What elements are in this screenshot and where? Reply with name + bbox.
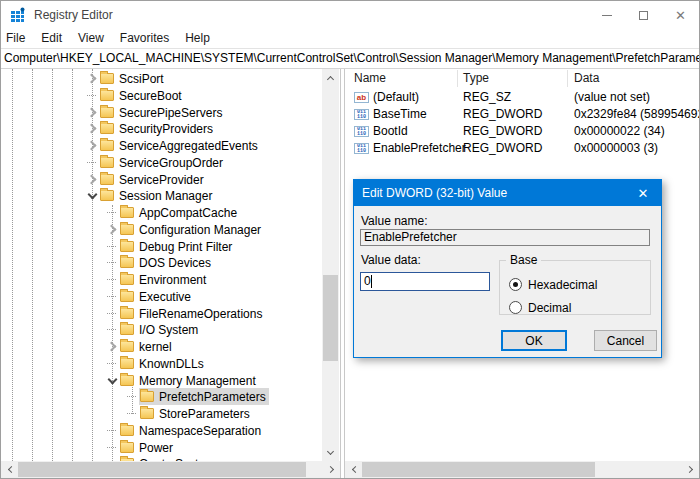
tree-item-secureboot[interactable]: SecureBoot bbox=[1, 87, 185, 104]
folder-icon bbox=[100, 123, 114, 134]
tree-item-power[interactable]: Power bbox=[1, 439, 176, 456]
address-bar[interactable]: Computer\HKEY_LOCAL_MACHINE\SYSTEM\Curre… bbox=[1, 48, 699, 69]
chevron-right-icon[interactable] bbox=[85, 171, 99, 188]
radio-hexadecimal[interactable]: Hexadecimal bbox=[509, 277, 597, 292]
value-name: BootId bbox=[373, 123, 408, 140]
value-row-bootid[interactable]: 011110 BootId REG_DWORD 0x00000022 (34) bbox=[345, 123, 699, 140]
tree-item-filerenameoperations[interactable]: FileRenameOperations bbox=[1, 305, 265, 322]
cancel-button[interactable]: Cancel bbox=[594, 330, 657, 351]
tree-horizontal-scrollbar[interactable] bbox=[1, 461, 340, 478]
tree-connector bbox=[105, 355, 119, 372]
folder-icon bbox=[100, 107, 114, 118]
scroll-down-button[interactable] bbox=[322, 444, 339, 461]
folder-icon bbox=[120, 341, 134, 352]
maximize-icon bbox=[639, 11, 648, 20]
scroll-left-button[interactable] bbox=[345, 461, 362, 478]
value-row-enableprefetcher[interactable]: 011110 EnablePrefetcher REG_DWORD 0x0000… bbox=[345, 140, 699, 157]
menu-file[interactable]: File bbox=[1, 29, 33, 48]
chevron-right-icon[interactable] bbox=[105, 221, 119, 238]
tree-connector bbox=[105, 305, 119, 322]
ok-button[interactable]: OK bbox=[501, 330, 567, 351]
tree-item-serviceaggregatedevents[interactable]: ServiceAggregatedEvents bbox=[1, 137, 261, 154]
value-type: REG_SZ bbox=[463, 89, 511, 106]
dialog-close-button[interactable]: ✕ bbox=[625, 180, 661, 206]
folder-icon bbox=[100, 157, 114, 168]
value-data-input[interactable]: 0 bbox=[360, 272, 490, 291]
vertical-scroll-thumb[interactable] bbox=[323, 275, 338, 361]
value-row-default[interactable]: ab (Default) REG_SZ (value not set) bbox=[345, 89, 699, 106]
chevron-right-icon[interactable] bbox=[85, 137, 99, 154]
value-data-text: 0 bbox=[364, 273, 371, 290]
folder-icon bbox=[120, 442, 134, 453]
chevron-right-icon[interactable] bbox=[85, 104, 99, 121]
tree-connector bbox=[105, 238, 119, 255]
base-groupbox: Base Hexadecimal Decimal bbox=[499, 260, 651, 315]
tree-item-namespaceseparation[interactable]: NamespaceSeparation bbox=[1, 422, 264, 439]
scroll-up-button[interactable] bbox=[322, 69, 339, 86]
edit-dword-dialog: Edit DWORD (32-bit) Value ✕ Value name: … bbox=[353, 179, 662, 358]
window-title: Registry Editor bbox=[34, 8, 113, 22]
tree-item-prefetchparameters[interactable]: PrefetchParameters bbox=[1, 388, 269, 405]
chevron-right-icon[interactable] bbox=[85, 70, 99, 87]
tree-item-knowndlls[interactable]: KnownDLLs bbox=[1, 355, 207, 372]
tree-connector bbox=[125, 405, 139, 422]
menu-help[interactable]: Help bbox=[177, 29, 218, 48]
scroll-right-button[interactable] bbox=[682, 461, 699, 478]
tree-connector bbox=[105, 204, 119, 221]
menubar: File Edit View Favorites Help bbox=[1, 29, 699, 48]
horizontal-scroll-thumb[interactable] bbox=[362, 462, 595, 477]
minimize-button[interactable] bbox=[588, 1, 625, 29]
column-separator[interactable] bbox=[457, 70, 458, 87]
tree-item-serviceprovider[interactable]: ServiceProvider bbox=[1, 171, 207, 188]
tree-item-servicegrouporder[interactable]: ServiceGroupOrder bbox=[1, 154, 226, 171]
maximize-button[interactable] bbox=[625, 1, 662, 29]
tree-connector bbox=[105, 439, 119, 456]
value-name-field: EnablePrefetcher bbox=[360, 229, 650, 246]
folder-icon bbox=[100, 190, 114, 201]
scroll-left-button[interactable] bbox=[1, 461, 18, 478]
folder-icon bbox=[120, 224, 134, 235]
registry-tree-pane: ScsiPort SecureBoot SecurePipeServers Se… bbox=[1, 69, 341, 478]
radio-decimal[interactable]: Decimal bbox=[509, 300, 571, 315]
tree-item-appcompatcache[interactable]: AppCompatCache bbox=[1, 204, 240, 221]
tree-item-securityproviders[interactable]: SecurityProviders bbox=[1, 120, 216, 137]
tree-vertical-scrollbar[interactable] bbox=[322, 69, 339, 461]
tree-item-scsiport[interactable]: ScsiPort bbox=[1, 70, 167, 87]
tree-item-memory-management[interactable]: Memory Management bbox=[1, 372, 259, 389]
tree-connector bbox=[105, 288, 119, 305]
registry-editor-app-icon bbox=[10, 7, 26, 23]
radio-unchecked-icon[interactable] bbox=[509, 301, 522, 314]
tree-view: ScsiPort SecureBoot SecurePipeServers Se… bbox=[1, 69, 322, 461]
column-header-data[interactable]: Data bbox=[574, 69, 599, 88]
tree-item-executive[interactable]: Executive bbox=[1, 288, 194, 305]
list-horizontal-scrollbar[interactable] bbox=[345, 461, 699, 478]
chevron-down-icon[interactable] bbox=[105, 372, 119, 389]
column-header-name[interactable]: Name bbox=[354, 69, 386, 88]
value-data: 0x2329fe84 (589954692) bbox=[574, 106, 700, 123]
chevron-right-icon[interactable] bbox=[105, 338, 119, 355]
tree-item-dos-devices[interactable]: DOS Devices bbox=[1, 254, 214, 271]
tree-item-securepipeservers[interactable]: SecurePipeServers bbox=[1, 104, 225, 121]
column-separator[interactable] bbox=[567, 70, 568, 87]
horizontal-scroll-thumb[interactable] bbox=[18, 462, 306, 477]
column-header-type[interactable]: Type bbox=[463, 69, 489, 88]
value-row-basetime[interactable]: 011110 BaseTime REG_DWORD 0x2329fe84 (58… bbox=[345, 106, 699, 123]
tree-item-configuration-manager[interactable]: Configuration Manager bbox=[1, 221, 264, 238]
tree-item-storeparameters[interactable]: StoreParameters bbox=[1, 405, 253, 422]
menu-edit[interactable]: Edit bbox=[33, 29, 70, 48]
chevron-down-icon[interactable] bbox=[85, 187, 99, 204]
radio-checked-icon[interactable] bbox=[509, 278, 522, 291]
close-button[interactable]: ✕ bbox=[662, 1, 699, 29]
chevron-right-icon[interactable] bbox=[85, 120, 99, 137]
tree-item-environment[interactable]: Environment bbox=[1, 271, 209, 288]
tree-item-debug-print-filter[interactable]: Debug Print Filter bbox=[1, 238, 235, 255]
tree-item-session-manager[interactable]: Session Manager bbox=[1, 187, 215, 204]
menu-favorites[interactable]: Favorites bbox=[112, 29, 177, 48]
tree-item-io-system[interactable]: I/O System bbox=[1, 321, 201, 338]
tree-item-kernel[interactable]: kernel bbox=[1, 338, 175, 355]
list-header: Name Type Data bbox=[345, 69, 699, 88]
scroll-right-button[interactable] bbox=[323, 461, 340, 478]
scroll-up-icon bbox=[327, 75, 334, 82]
menu-view[interactable]: View bbox=[70, 29, 112, 48]
folder-icon bbox=[140, 408, 154, 419]
